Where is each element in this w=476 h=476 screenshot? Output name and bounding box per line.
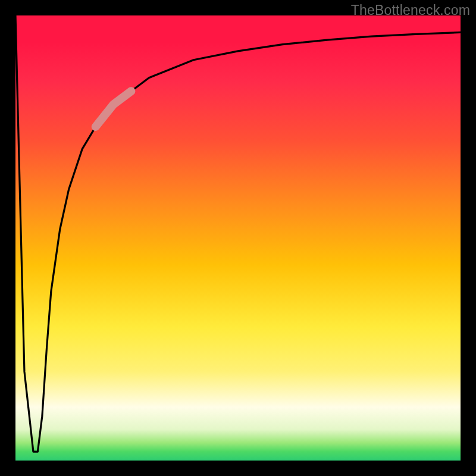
plot-clip — [15, 15, 461, 461]
curve-highlight — [96, 91, 131, 127]
chart-frame: TheBottleneck.com — [0, 0, 476, 476]
bottleneck-curve — [15, 15, 461, 452]
watermark-text: TheBottleneck.com — [351, 2, 470, 18]
curve-svg — [15, 15, 461, 461]
curve-group — [15, 15, 461, 452]
